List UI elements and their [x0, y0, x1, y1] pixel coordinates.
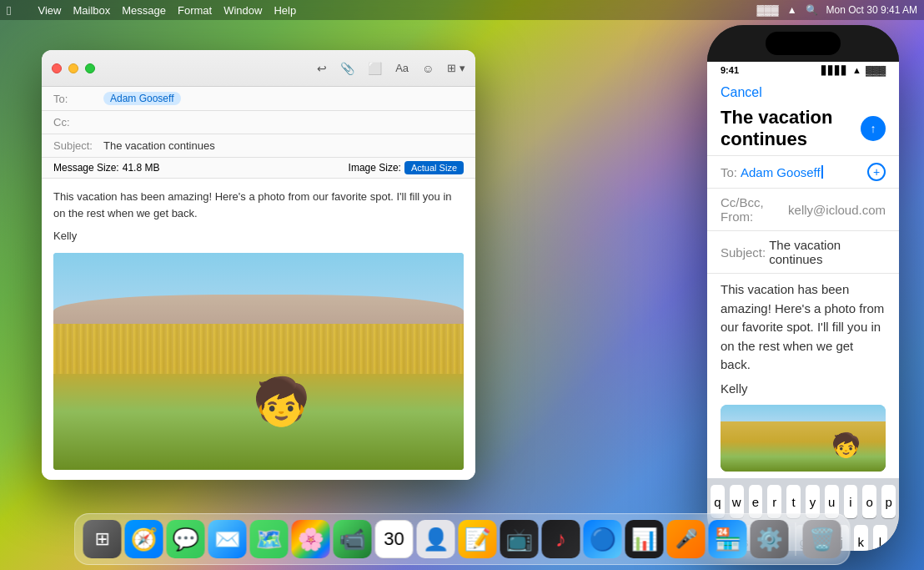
iphone-cc-label: Cc/Bcc, From:: [721, 195, 785, 224]
to-field: To: Adam Gooseff: [42, 87, 475, 111]
iphone-to-label: To:: [721, 165, 737, 179]
mail-body[interactable]: This vacation has been amazing! Here's a…: [42, 179, 475, 480]
iphone-body-text: This vacation has been amazing! Here's a…: [721, 280, 886, 375]
dock-icon-tv[interactable]: 📺: [500, 520, 539, 558]
iphone-photo-thumbnail: 🧒: [721, 405, 886, 472]
signal-icon: ▋▋▋▋: [821, 66, 848, 75]
iphone-to-value[interactable]: Adam Gooseff: [741, 165, 821, 179]
menu-window[interactable]: Window: [223, 4, 262, 17]
photo-person-figure: 🧒: [253, 367, 310, 436]
format-icon[interactable]: Aa: [395, 62, 409, 74]
dynamic-island-area: [707, 25, 899, 62]
attached-photo: 🧒: [53, 253, 464, 470]
search-icon[interactable]: 🔍: [806, 4, 818, 16]
key-o[interactable]: o: [862, 485, 876, 518]
iphone-subject-field-value[interactable]: The vacation continues: [769, 238, 886, 266]
subject-value[interactable]: The vacation continues: [103, 139, 215, 152]
dock-icon-keynote[interactable]: 🎤: [667, 520, 706, 558]
dock-icon-trash[interactable]: 🗑️: [803, 520, 841, 558]
iphone-mail-header: Cancel The vacation continues ↑: [707, 78, 899, 156]
add-recipient-button[interactable]: +: [867, 163, 886, 181]
battery-status-icon: ▓▓▓: [866, 65, 886, 75]
apple-menu-icon[interactable]: : [7, 3, 11, 18]
dock-icon-maps[interactable]: 🗺️: [250, 520, 289, 558]
text-cursor: [821, 165, 823, 179]
minimize-button[interactable]: [68, 63, 78, 73]
key-i[interactable]: i: [844, 485, 858, 518]
key-p[interactable]: p: [881, 485, 896, 518]
emoji-icon[interactable]: ☺: [422, 62, 434, 75]
to-label: To:: [53, 93, 103, 105]
undo-icon[interactable]: ↩: [317, 62, 327, 75]
more-icon[interactable]: ⊞ ▾: [447, 62, 465, 74]
iphone-cc-field[interactable]: Cc/Bcc, From: kelly@icloud.com: [707, 189, 899, 231]
iphone-subject: The vacation continues: [721, 107, 854, 150]
iphone-photo-person: 🧒: [831, 428, 861, 463]
menubar-time: Mon Oct 30 9:41 AM: [826, 4, 917, 16]
body-text: This vacation has been amazing! Here's a…: [53, 189, 464, 221]
send-button[interactable]: ↑: [861, 116, 886, 141]
iphone-statusbar: 9:41 ▋▋▋▋ ▲ ▓▓▓: [707, 62, 899, 78]
iphone-subject-row: The vacation continues ↑: [721, 107, 886, 150]
dock-icon-finder[interactable]: 🔵: [584, 520, 622, 558]
iphone-device: 9:41 ▋▋▋▋ ▲ ▓▓▓ Cancel The vacation cont…: [707, 25, 899, 551]
wifi-status-icon: ▲: [852, 65, 861, 75]
signature: Kelly: [53, 228, 464, 245]
iphone-from-value: kelly@icloud.com: [788, 203, 886, 217]
window-titlebar: ↩ 📎 ⬜ Aa ☺ ⊞ ▾: [42, 50, 475, 87]
mail-compose-window: ↩ 📎 ⬜ Aa ☺ ⊞ ▾ To: Adam Gooseff Cc: Subj…: [42, 50, 475, 480]
dock-icon-contacts[interactable]: 👤: [417, 520, 455, 558]
actual-size-button[interactable]: Actual Size: [404, 161, 464, 174]
battery-icon: ▓▓▓: [756, 4, 778, 16]
key-k[interactable]: k: [854, 525, 868, 551]
iphone-subject-field[interactable]: Subject: The vacation continues: [707, 231, 899, 274]
message-size-label: Message Size:: [53, 162, 119, 174]
menu-format[interactable]: Format: [178, 4, 212, 17]
recipient-badge[interactable]: Adam Gooseff: [103, 92, 181, 105]
image-size-label: Image Size:: [349, 162, 401, 174]
dock-icon-launchpad[interactable]: ⊞: [83, 520, 122, 558]
dock-icon-mail[interactable]: ✉️: [208, 520, 247, 558]
close-button[interactable]: [52, 63, 62, 73]
dynamic-island: [766, 32, 841, 55]
iphone-to-field[interactable]: To: Adam Gooseff +: [707, 156, 899, 189]
subject-field: Subject: The vacation continues: [42, 134, 475, 158]
iphone-body[interactable]: This vacation has been amazing! Here's a…: [707, 274, 899, 478]
dock-icon-messages[interactable]: 💬: [167, 520, 205, 558]
dock-icon-calendar[interactable]: 30: [375, 520, 414, 558]
menu-mailbox[interactable]: Mailbox: [73, 4, 110, 17]
dock-separator: [796, 522, 796, 556]
photo-icon[interactable]: ⬜: [368, 62, 382, 75]
iphone-signature: Kelly: [721, 380, 886, 399]
iphone-time: 9:41: [721, 65, 739, 75]
iphone-subject-label: Subject:: [721, 245, 766, 260]
dock-icon-photos[interactable]: 🌸: [292, 520, 330, 558]
dock-icon-safari[interactable]: 🧭: [125, 520, 163, 558]
menubar:  View Mailbox Message Format Window Hel…: [0, 0, 924, 20]
cc-field[interactable]: Cc:: [42, 111, 475, 134]
menu-help[interactable]: Help: [274, 4, 296, 17]
wifi-icon: ▲: [787, 4, 797, 16]
menu-message[interactable]: Message: [122, 4, 166, 17]
message-size-value: 41.8 MB: [123, 162, 160, 174]
dock-icon-music[interactable]: ♪: [542, 520, 580, 558]
attach-icon[interactable]: 📎: [340, 62, 354, 75]
dock-icon-appstore[interactable]: 🏪: [709, 520, 747, 558]
message-size-row: Message Size: 41.8 MB Image Size: Actual…: [42, 158, 475, 179]
dock-icon-notes[interactable]: 📝: [459, 520, 497, 558]
cc-label: Cc:: [53, 116, 103, 129]
dock: ⊞ 🧭 💬 ✉️ 🗺️ 🌸 📹 30 👤 📝 📺 ♪ 🔵 📊 🎤 🏪 ⚙️ 🗑️: [74, 513, 851, 565]
cancel-button[interactable]: Cancel: [721, 85, 762, 99]
dock-icon-facetime[interactable]: 📹: [334, 520, 372, 558]
iphone-screen: Cancel The vacation continues ↑ To: Adam…: [707, 78, 899, 551]
menu-view[interactable]: View: [38, 4, 61, 17]
dock-icon-system[interactable]: ⚙️: [751, 520, 789, 558]
subject-label: Subject:: [53, 139, 103, 152]
fullscreen-button[interactable]: [85, 63, 95, 73]
dock-icon-numbers[interactable]: 📊: [625, 520, 664, 558]
